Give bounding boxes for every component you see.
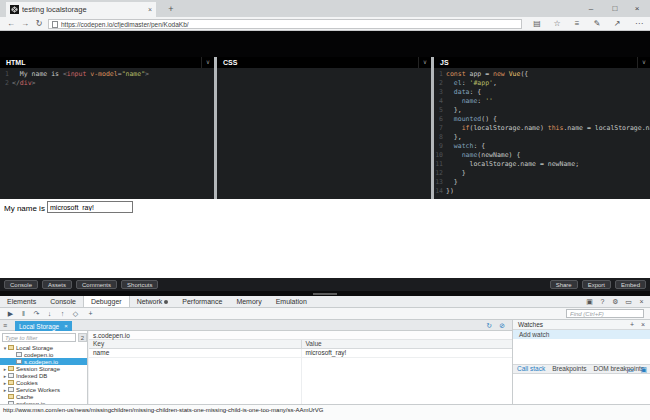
devtools-tab-memory[interactable]: Memory xyxy=(229,296,268,307)
tree-filter-input[interactable] xyxy=(2,333,76,342)
step-over-icon[interactable]: ↷ xyxy=(30,308,43,320)
more-menu-icon[interactable]: ⋯ xyxy=(630,17,648,31)
window-minimize-button[interactable]: – xyxy=(580,0,602,17)
hub-icon[interactable]: ≡ xyxy=(568,17,586,31)
help-icon[interactable]: ? xyxy=(596,296,609,308)
chevron-down-icon[interactable]: ∨ xyxy=(637,57,650,68)
resource-list-icon[interactable]: ≡ xyxy=(3,320,13,331)
storage-row[interactable]: namemicrosoft_ray! xyxy=(89,349,512,358)
clear-storage-icon[interactable]: ⊘ xyxy=(499,320,505,331)
window-maximize-button[interactable]: □ xyxy=(604,0,626,17)
tree-item-s-codepen-io[interactable]: s.codepen.io xyxy=(0,358,88,365)
code-token: this xyxy=(548,124,564,133)
code-token: div xyxy=(20,79,32,88)
tree-item-codepen-io[interactable]: codepen.io xyxy=(0,351,88,358)
favorite-star-icon[interactable]: ☆ xyxy=(548,17,566,31)
chevron-down-icon[interactable]: ∨ xyxy=(201,57,214,68)
code-line[interactable]: 10 name(newName) { xyxy=(434,151,650,160)
folder-icon xyxy=(8,394,14,399)
code-line[interactable]: 3 data: { xyxy=(434,88,650,97)
devtools-close-icon[interactable]: × xyxy=(635,296,648,308)
threads-icon[interactable]: ▣ xyxy=(640,365,647,374)
callstack-bar: Call stackBreakpointsDOM breakpoints ▭ ▣ xyxy=(513,364,650,374)
devtools-tab-elements[interactable]: Elements xyxy=(0,296,43,307)
step-out-icon[interactable]: ↑ xyxy=(56,308,69,320)
browser-tab[interactable]: testing localstorage × xyxy=(6,2,156,17)
code-line[interactable]: 7 if(localStorage.name) this.name = loca… xyxy=(434,124,650,133)
add-watch-row[interactable]: Add watch xyxy=(513,330,650,339)
devtools-tab-network[interactable]: Network xyxy=(130,296,176,307)
tree-item-indexed-db[interactable]: ▸Indexed DB xyxy=(0,372,88,379)
tree-item-cookies[interactable]: ▸Cookies xyxy=(0,379,88,386)
code-line[interactable]: 12 } xyxy=(434,169,650,178)
delete-watch-icon[interactable]: × xyxy=(641,320,645,330)
share-button[interactable]: Share xyxy=(550,280,578,289)
code-line[interactable]: 2 el: '#app', xyxy=(434,79,650,88)
console-button[interactable]: Console xyxy=(4,280,38,289)
storage-table-pane: s.codepen.io KeyValue namemicrosoft_ray! xyxy=(89,331,512,404)
code-line[interactable]: 6 mounted() { xyxy=(434,115,650,124)
refresh-storage-icon[interactable]: ↻ xyxy=(486,320,492,331)
code-line[interactable]: 13 } xyxy=(434,178,650,187)
tree-item-service-workers[interactable]: ▸Service Workers xyxy=(0,386,88,393)
page-icon xyxy=(16,359,22,364)
export-button[interactable]: Export xyxy=(582,280,611,289)
resource-tab-close-icon[interactable]: × xyxy=(64,323,68,329)
exception-control-icon[interactable]: ◇ xyxy=(69,308,82,320)
splitter-handle-icon[interactable] xyxy=(313,293,337,295)
assets-button[interactable]: Assets xyxy=(42,280,72,289)
add-watch-icon[interactable]: + xyxy=(630,320,634,330)
find-input[interactable] xyxy=(566,309,644,318)
code-line[interactable]: 1 My name is <input v-model="name"> xyxy=(0,70,214,79)
js-code-editor[interactable]: 1const app = new Vue({2 el: '#app',3 dat… xyxy=(434,68,650,199)
tree-item-session-storage[interactable]: ▸Session Storage xyxy=(0,365,88,372)
shortcuts-button[interactable]: Shortcuts xyxy=(121,280,158,289)
devtools-tab-emulation[interactable]: Emulation xyxy=(269,296,314,307)
settings-gear-icon[interactable]: ⚙ xyxy=(609,296,622,308)
resource-tab-local-storage[interactable]: Local Storage × xyxy=(15,321,72,331)
code-line[interactable]: 1const app = new Vue({ xyxy=(434,70,650,79)
share-icon[interactable]: ↗ xyxy=(608,17,626,31)
code-line[interactable]: 9 watch: { xyxy=(434,142,650,151)
code-line[interactable]: 8 }, xyxy=(434,133,650,142)
break-icon[interactable]: ‖ xyxy=(17,308,30,320)
name-input[interactable] xyxy=(47,201,133,213)
tab-close-icon[interactable]: × xyxy=(148,6,152,13)
embed-button[interactable]: Embed xyxy=(615,280,646,289)
back-icon[interactable]: ← xyxy=(4,17,18,31)
tree-item-cache[interactable]: Cache xyxy=(0,393,88,400)
code-token: v-model xyxy=(90,70,117,79)
continue-icon[interactable]: ▶ xyxy=(4,308,17,320)
window-close-button[interactable]: × xyxy=(626,0,648,17)
tab-call-stack[interactable]: Call stack xyxy=(517,365,545,373)
page-icon xyxy=(52,21,58,28)
html-code-editor[interactable]: 1 My name is <input v-model="name">2</di… xyxy=(0,68,214,199)
web-note-icon[interactable]: ✎ xyxy=(588,17,606,31)
devtools-tab-performance[interactable]: Performance xyxy=(175,296,229,307)
devtools-tab-console[interactable]: Console xyxy=(43,296,83,307)
pin-icon[interactable]: + xyxy=(84,308,97,320)
frames-icon[interactable]: ▭ xyxy=(627,365,634,374)
step-into-icon[interactable]: ↓ xyxy=(43,308,56,320)
code-line[interactable]: 4 name: '' xyxy=(434,97,650,106)
code-line[interactable]: 14}) xyxy=(434,187,650,196)
html-editor-label: HTML xyxy=(0,59,201,66)
chevron-down-icon[interactable]: ∨ xyxy=(418,57,431,68)
tab-dom-breakpoints[interactable]: DOM breakpoints xyxy=(594,365,645,373)
css-code-editor[interactable] xyxy=(217,68,431,199)
tab-breakpoints[interactable]: Breakpoints xyxy=(552,365,586,373)
code-line[interactable]: 11 localStorage.name = newName; xyxy=(434,160,650,169)
tree-item-local-storage[interactable]: ▾Local Storage xyxy=(0,344,88,351)
refresh-icon[interactable]: ↻ xyxy=(32,17,46,31)
devtools-tab-debugger[interactable]: Debugger xyxy=(83,296,130,307)
code-token: (localStorage.name) xyxy=(469,124,547,133)
comments-button[interactable]: Comments xyxy=(76,280,117,289)
address-field[interactable]: https://codepen.io/cfjedimaster/pen/Koda… xyxy=(48,19,522,29)
code-line[interactable]: 2</div> xyxy=(0,79,214,88)
reading-view-icon[interactable]: ▤ xyxy=(528,17,546,31)
new-tab-button[interactable]: + xyxy=(163,2,179,17)
select-element-icon[interactable]: ▣ xyxy=(583,296,596,308)
code-line[interactable]: 5 }, xyxy=(434,106,650,115)
forward-icon[interactable]: → xyxy=(18,17,32,31)
dock-icon[interactable]: ▭ xyxy=(622,296,635,308)
